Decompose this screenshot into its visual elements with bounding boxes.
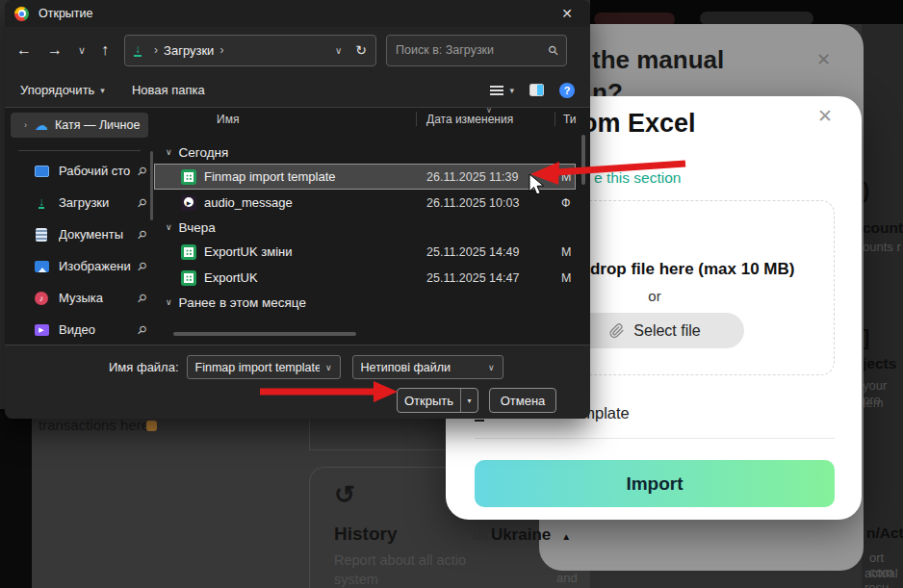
excel-file-icon	[181, 270, 196, 286]
header-button-dimmed	[700, 12, 813, 25]
file-date: 25.11.2025 14:47	[426, 271, 519, 285]
column-header-name[interactable]: Имя	[217, 113, 239, 126]
dialog-title: Открытие	[39, 7, 93, 20]
file-list: Имя Дата изменения ∨ Ти ∨ Сегодня Finmap…	[154, 108, 590, 345]
transactions-hint-fragment: transactions here	[39, 417, 149, 433]
column-divider[interactable]	[555, 112, 555, 126]
dialog-titlebar[interactable]: Открытие ✕	[5, 0, 590, 27]
chevron-down-icon: ∨	[482, 363, 495, 372]
file-name: ExportUK	[204, 270, 258, 285]
view-mode-button[interactable]: ▾	[490, 86, 514, 95]
filetype-combobox[interactable]: Нетипові файли ∨	[352, 355, 503, 379]
sidebar-item-label: Катя — Личное	[55, 118, 140, 132]
group-header-yesterday[interactable]: ∨ Вчера	[154, 216, 590, 239]
about-section-link[interactable]: e this section	[594, 169, 681, 187]
close-icon[interactable]: ✕	[554, 6, 580, 21]
caret-up-icon: ▲	[561, 531, 571, 542]
sidebar-item-pictures[interactable]: Изображени ⚲	[5, 250, 154, 282]
caret-down-icon: ▾	[100, 86, 105, 95]
column-headers: Имя Дата изменения ∨ Ти	[154, 108, 590, 131]
chrome-icon	[14, 7, 29, 21]
music-icon: ♪	[34, 292, 49, 305]
caret-down-icon[interactable]: ▾	[461, 396, 477, 405]
recent-locations-icon[interactable]: ∨	[78, 44, 86, 57]
sidebar-item-videos[interactable]: ▶ Видео ⚲	[5, 314, 154, 345]
breadcrumb[interactable]: Загрузки	[164, 43, 214, 58]
new-folder-button[interactable]: Новая папка	[132, 83, 205, 97]
column-header-date[interactable]: Дата изменения	[426, 113, 513, 126]
language-code: ua	[474, 530, 489, 542]
column-divider[interactable]	[416, 112, 417, 126]
up-icon[interactable]: ↑	[101, 41, 109, 59]
language-selector[interactable]: ua Ukraine ▲	[474, 525, 571, 545]
divider	[475, 438, 835, 439]
address-dropdown-icon[interactable]: ∨	[335, 45, 342, 56]
sidebar-item-documents[interactable]: Документы ⚲	[5, 218, 154, 250]
accounts-card-title-fragment: counts	[863, 219, 903, 237]
plan-actual-text-fragment: actual resu	[864, 566, 903, 588]
group-header-today[interactable]: ∨ Сегодня	[154, 141, 590, 164]
projects-card-text-fragment: tem	[863, 396, 884, 410]
file-row[interactable]: ExportUK 25.11.2025 14:47 М	[154, 265, 576, 291]
onedrive-cloud-icon: ☁	[35, 117, 48, 133]
group-label: Вчера	[179, 220, 216, 235]
address-bar[interactable]: ↓ › Загрузки › ∨ ↻	[124, 35, 376, 66]
history-card-title: History	[334, 524, 397, 545]
pointing-hand-emoji	[146, 421, 157, 431]
import-button[interactable]: Import	[475, 460, 835, 507]
sidebar-item-desktop[interactable]: Рабочий сто ⚲	[5, 155, 154, 187]
plan-actual-title-fragment: n/Actu	[866, 524, 903, 542]
open-button[interactable]: Открыть ▾	[397, 388, 478, 413]
sidebar-item-label: Документы	[59, 227, 138, 242]
select-file-button[interactable]: Select file	[565, 313, 744, 348]
file-row-selected[interactable]: Finmap import template 26.11.2025 11:39 …	[154, 164, 576, 190]
file-type: М	[561, 245, 571, 259]
close-icon[interactable]: ✕	[817, 105, 833, 127]
projects-card-icon-fragment: ]	[863, 325, 869, 350]
sidebar-scrollbar[interactable]	[150, 151, 153, 220]
forward-icon[interactable]: →	[47, 41, 63, 59]
file-list-scrollbar[interactable]	[581, 135, 585, 185]
media-file-icon	[181, 195, 196, 211]
select-file-label: Select file	[633, 322, 700, 340]
file-type: Ф	[561, 196, 571, 210]
or-text: or	[648, 288, 660, 304]
help-icon[interactable]: ?	[559, 83, 575, 98]
sidebar-item-onedrive[interactable]: › ☁ Катя — Личное	[11, 113, 148, 138]
search-icon: ⚲	[545, 41, 561, 58]
chevron-down-icon: ∨	[166, 297, 172, 307]
file-date: 26.11.2025 11:39	[426, 170, 518, 184]
pictures-icon	[34, 260, 49, 273]
close-icon[interactable]: ✕	[816, 49, 831, 70]
sidebar-item-music[interactable]: ♪ Музыка ⚲	[5, 282, 154, 314]
file-type: М	[561, 170, 571, 184]
filename-combobox[interactable]: Finmap import template ∨	[187, 355, 341, 379]
back-icon[interactable]: ←	[16, 41, 32, 59]
chevron-right-icon[interactable]: ›	[24, 120, 27, 130]
organize-menu[interactable]: Упорядочить ▾	[20, 83, 105, 97]
group-label: Ранее в этом месяце	[179, 295, 306, 310]
sidebar-item-label: Видео	[59, 322, 138, 337]
file-name: Finmap import template	[204, 169, 336, 184]
group-header-earlier[interactable]: ∨ Ранее в этом месяце	[154, 291, 590, 314]
history-card-text: system	[334, 572, 378, 587]
column-header-type[interactable]: Ти	[563, 113, 577, 126]
cancel-button[interactable]: Отмена	[489, 388, 556, 413]
horizontal-scrollbar[interactable]	[173, 332, 356, 336]
sidebar-item-label: Музыка	[59, 291, 138, 305]
file-row[interactable]: audio_message 26.11.2025 10:03 Ф	[154, 190, 576, 216]
search-input[interactable]: Поиск в: Загрузки ⚲	[386, 35, 567, 66]
file-row[interactable]: ExportUK зміни 25.11.2025 14:49 М	[154, 239, 576, 265]
accounts-card-icon-fragment: )	[863, 178, 869, 203]
paperclip-icon	[608, 322, 625, 339]
accounts-card-text-fragment: ounts r	[863, 240, 901, 254]
sort-indicator-icon: ∨	[486, 106, 492, 115]
sidebar-item-downloads[interactable]: ↓ Загрузки ⚲	[5, 187, 154, 218]
history-icon: ↺	[334, 480, 355, 510]
refresh-icon[interactable]: ↻	[355, 42, 367, 58]
file-name: audio_message	[204, 195, 293, 210]
downloads-icon: ↓	[134, 44, 142, 57]
language-name: Ukraine	[491, 525, 551, 545]
preview-pane-icon[interactable]	[529, 84, 544, 96]
projects-card-title-fragment: jects	[863, 355, 896, 372]
